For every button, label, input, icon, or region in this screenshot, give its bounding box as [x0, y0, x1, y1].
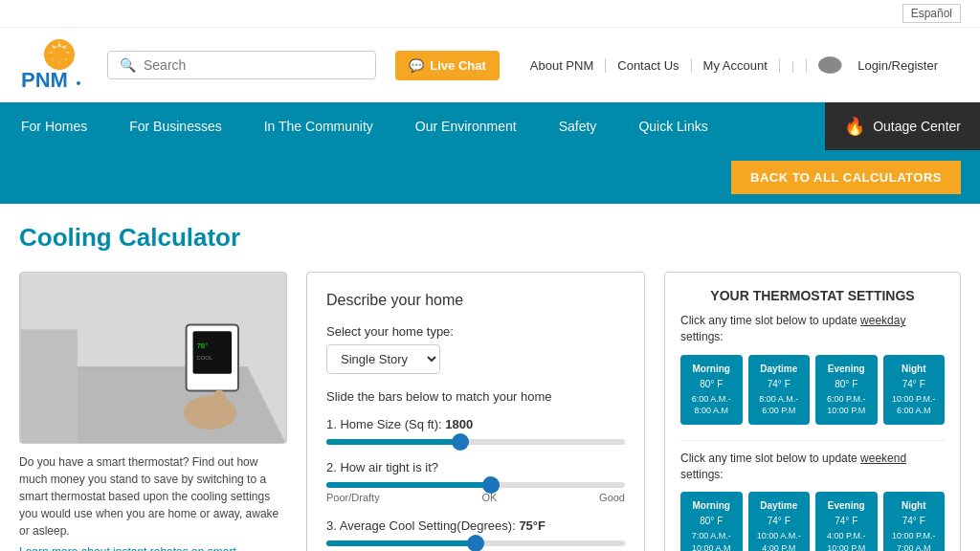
we-evening-hours: 4:00 P.M.-10:00 P.M	[819, 530, 874, 551]
cool-setting-slider-group: 3. Average Cool Setting(Degrees): 75°F	[326, 518, 625, 546]
home-size-fill	[326, 439, 460, 445]
calculator-layout: 78° COOL Do you have a smart thermostat?…	[19, 272, 961, 551]
weekend-daytime-slot[interactable]: Daytime 74° F 10:00 A.M.-4:00 P.M	[748, 492, 811, 551]
describe-home-title: Describe your home	[326, 292, 625, 309]
banner: BACK TO ALL CALCULATORS	[0, 150, 980, 204]
thermostat-title: YOUR THERMOSTAT SETTINGS	[680, 288, 945, 303]
weekday-daytime-slot[interactable]: Daytime 74° F 8:00 A.M.-6:00 P.M	[748, 355, 811, 425]
header-links: About PNM Contact Us My Account | Login/…	[519, 56, 961, 74]
search-bar[interactable]: 🔍	[107, 51, 376, 79]
air-tight-label: 2. How air tight is it?	[326, 460, 625, 474]
morning-hours: 6:00 A.M.-8:00 A.M	[684, 393, 739, 417]
home-image-inner: 78° COOL	[20, 273, 286, 443]
air-tight-slider-group: 2. How air tight is it? Poor/Drafty OK G…	[326, 460, 625, 503]
svg-point-12	[184, 396, 236, 430]
account-link[interactable]: My Account	[692, 58, 780, 73]
slide-instruction: Slide the bars below to match your home	[326, 389, 625, 404]
weekday-morning-slot[interactable]: Morning 80° F 6:00 A.M.-8:00 A.M	[680, 355, 743, 425]
night-title: Night	[887, 363, 942, 376]
evening-hours: 6:00 P.M.-10:00 P.M	[819, 393, 874, 417]
weekend-settings-desc: Click any time slot below to update week…	[680, 451, 945, 483]
home-type-select[interactable]: Single Story Two Story Mobile Home	[326, 344, 440, 374]
night-hours: 10:00 P.M.-6:00 A.M	[887, 393, 942, 417]
we-morning-temp: 80° F	[684, 515, 739, 528]
weekend-morning-slot[interactable]: Morning 80° F 7:00 A.M.-10:00 A.M	[680, 492, 743, 551]
home-image: 78° COOL	[19, 272, 287, 444]
air-tight-thumb[interactable]	[482, 476, 500, 494]
nav-item-in-the-community[interactable]: In The Community	[243, 102, 394, 150]
cool-setting-thumb[interactable]	[467, 535, 484, 551]
separator: |	[780, 58, 807, 73]
svg-text:78°: 78°	[196, 342, 208, 350]
we-morning-title: Morning	[684, 499, 739, 513]
nav-item-our-environment[interactable]: Our Environment	[394, 102, 538, 150]
learn-more-link[interactable]: Learn more about instant rebates on smar…	[19, 545, 287, 551]
nav-item-for-homes[interactable]: For Homes	[0, 102, 108, 150]
flame-icon: 🔥	[844, 116, 865, 137]
we-morning-hours: 7:00 A.M.-10:00 A.M	[684, 530, 739, 551]
top-bar: Español	[0, 0, 980, 28]
air-tight-labels: Poor/Drafty OK Good	[326, 492, 625, 503]
cool-setting-track[interactable]	[326, 540, 625, 546]
air-tight-label-left: Poor/Drafty	[326, 492, 380, 503]
logo-icon: PNM	[19, 37, 88, 93]
svg-point-3	[77, 81, 80, 85]
page-content: Cooling Calculator	[0, 204, 980, 551]
main-nav: For Homes For Businesses In The Communit…	[0, 102, 980, 150]
login-link[interactable]: Login/Register	[807, 56, 961, 74]
air-tight-fill	[326, 482, 491, 488]
home-size-label: 1. Home Size (Sq ft): 1800	[326, 417, 625, 431]
nav-item-quick-links[interactable]: Quick Links	[617, 102, 728, 150]
search-icon: 🔍	[120, 57, 136, 73]
middle-panel: Describe your home Select your home type…	[306, 272, 645, 551]
svg-text:PNM: PNM	[21, 68, 68, 92]
user-icon	[818, 56, 842, 74]
weekday-settings-desc: Click any time slot below to update week…	[680, 313, 945, 345]
home-size-thumb[interactable]	[452, 433, 469, 451]
daytime-title: Daytime	[752, 363, 807, 376]
we-evening-title: Evening	[819, 499, 874, 513]
language-selector[interactable]: Español	[902, 4, 961, 23]
svg-point-13	[212, 390, 227, 417]
night-temp: 74° F	[887, 378, 942, 391]
chat-icon: 💬	[409, 58, 424, 73]
contact-link[interactable]: Contact Us	[606, 58, 691, 73]
weekend-evening-slot[interactable]: Evening 74° F 4:00 P.M.-10:00 P.M	[815, 492, 878, 551]
we-night-temp: 74° F	[887, 515, 942, 528]
svg-rect-7	[21, 329, 78, 443]
morning-title: Morning	[684, 363, 739, 376]
nav-item-safety[interactable]: Safety	[538, 102, 618, 150]
back-to-calculators-button[interactable]: BACK TO ALL CALCULATORS	[731, 161, 961, 194]
logo[interactable]: PNM	[19, 37, 88, 93]
nav-item-for-businesses[interactable]: For Businesses	[108, 102, 242, 150]
search-input[interactable]	[144, 57, 364, 73]
about-link[interactable]: About PNM	[519, 58, 606, 73]
daytime-temp: 74° F	[752, 378, 807, 391]
air-tight-track[interactable]	[326, 482, 625, 488]
svg-point-1	[52, 47, 67, 62]
we-daytime-hours: 10:00 A.M.-4:00 P.M	[752, 530, 807, 551]
we-daytime-temp: 74° F	[752, 515, 807, 528]
weekend-time-slots: Morning 80° F 7:00 A.M.-10:00 A.M Daytim…	[680, 492, 945, 551]
left-panel: 78° COOL Do you have a smart thermostat?…	[19, 272, 287, 551]
home-size-slider-group: 1. Home Size (Sq ft): 1800	[326, 417, 625, 445]
weekend-night-slot[interactable]: Night 74° F 10:00 P.M.-7:00 A.M	[883, 492, 946, 551]
weekend-underline: weekend	[860, 452, 906, 465]
evening-temp: 80° F	[819, 378, 874, 391]
svg-text:COOL: COOL	[196, 355, 212, 361]
we-night-hours: 10:00 P.M.-7:00 A.M	[887, 530, 942, 551]
nav-item-outage-center[interactable]: 🔥 Outage Center	[825, 102, 980, 150]
right-panel: YOUR THERMOSTAT SETTINGS Click any time …	[664, 272, 961, 551]
we-night-title: Night	[887, 499, 942, 513]
cool-setting-label: 3. Average Cool Setting(Degrees): 75°F	[326, 518, 625, 533]
home-size-track[interactable]	[326, 439, 625, 445]
we-evening-temp: 74° F	[819, 515, 874, 528]
weekday-underline: weekday	[860, 314, 905, 327]
live-chat-button[interactable]: 💬 Live Chat	[395, 51, 500, 80]
weekday-evening-slot[interactable]: Evening 80° F 6:00 P.M.-10:00 P.M	[815, 355, 878, 425]
weekday-time-slots: Morning 80° F 6:00 A.M.-8:00 A.M Daytime…	[680, 355, 945, 425]
air-tight-label-right: Good	[599, 492, 625, 503]
weekday-night-slot[interactable]: Night 74° F 10:00 P.M.-6:00 A.M	[883, 355, 946, 425]
description-text: Do you have a smart thermostat? Find out…	[19, 453, 287, 540]
page-title: Cooling Calculator	[19, 223, 961, 253]
